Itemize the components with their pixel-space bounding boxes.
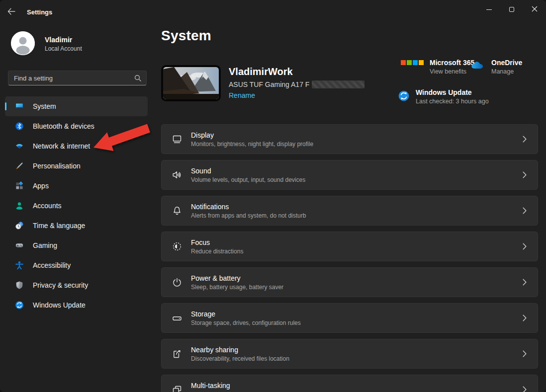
sidebar-item-label: Bluetooth & devices — [33, 122, 94, 130]
last-checked-status: Last checked: 3 hours ago — [416, 97, 489, 106]
accessibility-person-icon — [15, 261, 24, 270]
sidebar-item-time-language[interactable]: Time & language — [5, 216, 148, 235]
sidebar-item-personalisation[interactable]: Personalisation — [5, 156, 148, 176]
gamepad-icon — [15, 241, 24, 250]
shield-icon — [15, 281, 24, 290]
sidebar-item-label: Network & internet — [33, 142, 90, 150]
maximize-icon — [509, 7, 514, 12]
view-benefits-link[interactable]: View benefits — [430, 67, 474, 76]
sidebar-item-privacy-security[interactable]: Privacy & security — [5, 275, 148, 295]
card-nearby-sharing[interactable]: Nearby sharing Discoverability, received… — [161, 339, 538, 369]
card-subtitle: Monitors, brightness, night light, displ… — [191, 141, 313, 148]
widget-title: Windows Update — [416, 88, 489, 97]
widget-title: Microsoft 365 — [430, 58, 474, 67]
sidebar-item-label: Time & language — [33, 222, 85, 230]
sidebar-item-label: Apps — [33, 182, 49, 190]
sidebar-item-accounts[interactable]: Accounts — [5, 196, 148, 216]
settings-window: Settings Vladimir Local Account System — [0, 0, 546, 392]
back-button[interactable] — [4, 5, 19, 19]
sidebar-item-label: Accounts — [33, 202, 62, 210]
card-subtitle: Alerts from apps and system, do not dist… — [191, 212, 306, 219]
microsoft-365-widget[interactable]: Microsoft 365 View benefits — [401, 58, 474, 76]
rename-link[interactable]: Rename — [229, 91, 255, 99]
clock-globe-icon — [15, 221, 24, 230]
card-display[interactable]: Display Monitors, brightness, night ligh… — [161, 124, 538, 154]
sidebar-item-apps[interactable]: Apps — [5, 176, 148, 196]
microsoft-365-logo — [401, 60, 424, 65]
paintbrush-icon — [15, 161, 24, 170]
device-wallpaper-thumbnail — [161, 65, 221, 101]
avatar — [11, 31, 35, 55]
card-title: Nearby sharing — [191, 346, 289, 354]
sidebar-item-accessibility[interactable]: Accessibility — [5, 255, 148, 275]
onedrive-widget[interactable]: OneDrive Manage — [470, 58, 522, 76]
sidebar-nav: System Bluetooth & devices Network & int… — [5, 96, 148, 315]
card-storage[interactable]: Storage Storage space, drives, configura… — [161, 303, 538, 333]
chevron-right-icon — [523, 136, 527, 143]
redacted-model-block — [312, 80, 364, 88]
notifications-bell-icon — [172, 205, 182, 216]
chevron-right-icon — [523, 279, 527, 286]
sidebar-item-label: System — [33, 102, 56, 110]
storage-drive-icon — [172, 313, 182, 323]
focus-icon — [172, 241, 182, 252]
card-subtitle: Sleep, battery usage, battery saver — [191, 284, 283, 291]
sidebar-item-label: Accessibility — [33, 261, 71, 269]
windows-update-widget[interactable]: Windows Update Last checked: 3 hours ago — [398, 88, 489, 106]
card-title: Multi-tasking — [191, 382, 297, 390]
minimize-icon — [486, 9, 492, 10]
card-focus[interactable]: Focus Reduce distractions — [161, 232, 538, 261]
multitasking-windows-icon — [172, 384, 182, 392]
maximize-button[interactable] — [500, 0, 523, 19]
close-button[interactable] — [523, 0, 546, 19]
card-title: Display — [191, 131, 313, 139]
card-title: Focus — [191, 238, 243, 246]
window-controls — [477, 0, 546, 19]
sound-icon — [172, 169, 182, 180]
page-title: System — [161, 28, 211, 44]
sidebar-item-network-internet[interactable]: Network & internet — [5, 136, 148, 156]
card-subtitle: Discoverability, received files location — [191, 355, 289, 362]
card-title: Notifications — [191, 203, 306, 211]
onedrive-cloud-icon — [470, 60, 485, 70]
sidebar-item-windows-update[interactable]: Windows Update — [5, 295, 148, 315]
minimize-button[interactable] — [477, 0, 500, 19]
windows-update-icon — [15, 301, 24, 310]
user-name: Vladimir — [45, 36, 72, 44]
card-subtitle: Volume levels, output, input, sound devi… — [191, 176, 305, 183]
close-icon — [532, 6, 538, 13]
network-wifi-icon — [15, 142, 24, 151]
chevron-right-icon — [523, 386, 527, 392]
card-notifications[interactable]: Notifications Alerts from apps and syste… — [161, 196, 538, 226]
apps-icon — [15, 181, 24, 190]
card-subtitle: Storage space, drives, configuration rul… — [191, 319, 301, 326]
accounts-person-icon — [15, 201, 24, 210]
sidebar-item-gaming[interactable]: Gaming — [5, 235, 148, 255]
card-power-battery[interactable]: Power & battery Sleep, battery usage, ba… — [161, 267, 538, 297]
card-title: Storage — [191, 310, 301, 318]
chevron-right-icon — [523, 314, 527, 321]
device-model-text: ASUS TUF Gaming A17 F — [229, 80, 309, 88]
card-multi-tasking[interactable]: Multi-tasking Snap windows, desktops, ta… — [161, 375, 538, 392]
card-title: Sound — [191, 167, 305, 175]
system-icon — [15, 102, 24, 111]
search-input[interactable] — [8, 75, 134, 82]
widget-title: OneDrive — [491, 58, 522, 67]
device-name: VladimirWork — [229, 66, 293, 78]
card-sound[interactable]: Sound Volume levels, output, input, soun… — [161, 160, 538, 190]
manage-link[interactable]: Manage — [491, 67, 522, 76]
sidebar-item-label: Gaming — [33, 241, 57, 249]
chevron-right-icon — [523, 171, 527, 178]
windows-update-icon — [398, 90, 410, 102]
nearby-sharing-icon — [172, 348, 182, 359]
card-title: Power & battery — [191, 274, 283, 282]
user-account-type: Local Account — [45, 45, 82, 52]
chevron-right-icon — [523, 243, 527, 250]
window-title: Settings — [27, 8, 52, 16]
power-icon — [172, 277, 182, 288]
sidebar-item-system[interactable]: System — [5, 96, 148, 116]
sidebar-item-bluetooth-devices[interactable]: Bluetooth & devices — [5, 116, 148, 136]
card-subtitle: Reduce distractions — [191, 248, 243, 255]
sidebar-item-label: Personalisation — [33, 162, 81, 170]
chevron-right-icon — [523, 350, 527, 357]
